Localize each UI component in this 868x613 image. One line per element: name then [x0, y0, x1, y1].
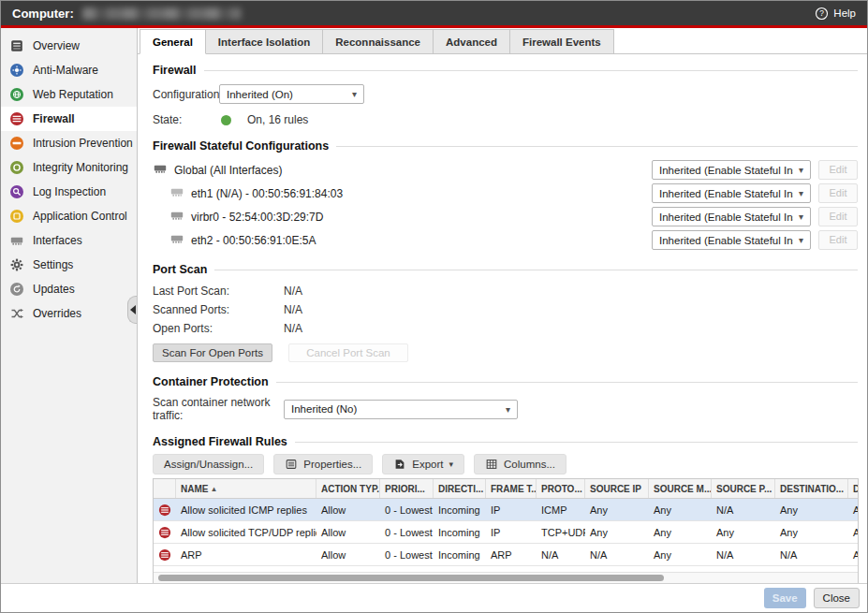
firewall-section-heading: Firewall: [153, 64, 858, 77]
scan-for-open-ports-button[interactable]: Scan For Open Ports: [153, 343, 272, 362]
tab-advanced[interactable]: Advanced: [433, 29, 510, 54]
horizontal-scrollbar-thumb[interactable]: [158, 575, 664, 581]
help-button[interactable]: ? Help: [815, 7, 856, 21]
table-cell: Any: [585, 499, 649, 520]
status-dot-icon: [221, 115, 231, 125]
stateful-inspection-select[interactable]: Inherited (Enable Stateful Inspection)▾: [652, 183, 811, 203]
container-traffic-select[interactable]: Inherited (No) ▾: [284, 400, 518, 419]
sidebar-item-updates[interactable]: Updates: [1, 277, 137, 301]
tab-interface-isolation[interactable]: Interface Isolation: [205, 29, 323, 54]
column-header-action-typ[interactable]: ACTION TYP...: [316, 479, 380, 498]
sidebar-item-web-reputation[interactable]: Web Reputation: [1, 82, 137, 107]
table-cell: Any: [585, 521, 649, 543]
section-title: Assigned Firewall Rules: [153, 435, 287, 448]
titlebar: Computer: ? Help: [1, 1, 867, 28]
selected-value: Inherited (No): [291, 403, 357, 415]
table-row[interactable]: ARPAllow0 - LowestIncomingARPN/AN/AAnyN/…: [154, 544, 859, 566]
heading-rule: [276, 382, 858, 383]
sidebar-item-overrides[interactable]: Overrides: [1, 301, 137, 326]
edit-button[interactable]: Edit: [818, 160, 858, 180]
stateful-inspection-select[interactable]: Inherited (Enable Stateful Inspection)▾: [652, 160, 811, 180]
port-scan-value: N/A: [284, 303, 302, 316]
stateful-inspection-select[interactable]: Inherited (Enable Stateful Inspection)▾: [652, 207, 811, 226]
sidebar-item-label: Web Reputation: [33, 88, 113, 101]
table-row[interactable]: Allow solicited TCP/UDP repliesAllow0 - …: [154, 521, 859, 544]
table-cell: Any: [649, 544, 712, 565]
edit-button[interactable]: Edit: [818, 207, 858, 226]
table-cell: N/A: [585, 544, 649, 565]
sidebar-item-integrity-monitoring[interactable]: Integrity Monitoring: [1, 155, 137, 180]
log-inspection-icon: [9, 184, 24, 199]
cancel-port-scan-button[interactable]: Cancel Port Scan: [288, 343, 408, 362]
redacted-hostname: [82, 7, 242, 20]
column-header-label: DIRECTI...: [438, 484, 483, 494]
shuffle-icon: [9, 306, 24, 321]
edit-button[interactable]: Edit: [818, 230, 858, 250]
column-header-source-m[interactable]: SOURCE M...: [649, 479, 712, 498]
column-header-priori[interactable]: PRIORI...: [380, 479, 434, 498]
sidebar-item-label: Intrusion Prevention: [33, 137, 133, 150]
sidebar-item-interfaces[interactable]: Interfaces: [1, 228, 137, 253]
button-label: Export: [412, 459, 443, 470]
edit-button[interactable]: Edit: [818, 183, 858, 203]
close-button[interactable]: Close: [814, 588, 860, 608]
interface-label: eth1 (N/A) - 00:50:56:91:84:03: [191, 187, 343, 200]
sidebar-collapse-handle[interactable]: [127, 296, 137, 324]
column-header-source-p[interactable]: SOURCE P...: [712, 479, 775, 498]
table-cell: N/A: [712, 499, 775, 520]
save-button[interactable]: Save: [764, 588, 806, 608]
assigned-rules-heading: Assigned Firewall Rules: [153, 435, 858, 448]
table-cell: Any: [848, 544, 859, 565]
column-header-label: DE: [853, 484, 859, 494]
interface-icon: [153, 161, 168, 179]
table-cell: Incoming: [434, 499, 486, 520]
sidebar-item-overview[interactable]: Overview: [1, 34, 137, 58]
column-header-label: DESTINATIO...: [780, 484, 844, 494]
stateful-config-row: eth1 (N/A) - 00:50:56:91:84:03Inherited …: [153, 182, 858, 205]
sidebar-item-log-inspection[interactable]: Log Inspection: [1, 180, 137, 204]
tab-reconnaissance[interactable]: Reconnaissance: [322, 29, 434, 54]
port-scan-row: Scanned Ports:N/A: [153, 300, 858, 319]
sidebar-item-anti-malware[interactable]: Anti-Malware: [1, 58, 137, 82]
sidebar-item-application-control[interactable]: Application Control: [1, 204, 137, 228]
gear-icon: [9, 257, 24, 272]
properties-button[interactable]: Properties...: [273, 454, 373, 474]
sidebar-item-label: Firewall: [33, 112, 75, 125]
sidebar-item-firewall[interactable]: Firewall: [1, 107, 137, 131]
heading-rule: [214, 270, 858, 270]
interface-label: Global (All Interfaces): [174, 164, 282, 177]
column-header-de[interactable]: DE: [848, 479, 859, 498]
state-label: State:: [153, 113, 219, 126]
column-header-destinatio[interactable]: DESTINATIO...: [775, 479, 848, 498]
window-title: Computer:: [12, 7, 74, 21]
column-header-proto[interactable]: PROTO...: [537, 479, 585, 498]
firewall-configuration-select[interactable]: Inherited (On) ▾: [219, 84, 364, 104]
column-header-label: NAME: [181, 484, 208, 494]
table-cell: IP: [486, 499, 537, 520]
tab-firewall-events[interactable]: Firewall Events: [509, 29, 614, 54]
selected-value: Inherited (Enable Stateful Inspection): [659, 212, 793, 223]
port-scan-list: Last Port Scan:N/AScanned Ports:N/AOpen …: [153, 282, 858, 338]
column-header-name[interactable]: NAME▴: [176, 479, 316, 498]
interface-icon: [169, 184, 184, 202]
intrusion-prevention-icon: [9, 136, 24, 151]
table-cell: N/A: [712, 544, 775, 565]
sidebar-item-label: Overview: [33, 39, 80, 52]
tab-bar: GeneralInterface IsolationReconnaissance…: [138, 28, 867, 54]
tab-general[interactable]: General: [140, 29, 206, 54]
sidebar-item-settings[interactable]: Settings: [1, 253, 137, 277]
stateful-inspection-select[interactable]: Inherited (Enable Stateful Inspection)▾: [652, 230, 811, 250]
state-row: State: On, 16 rules: [153, 113, 858, 126]
columns-button[interactable]: Columns...: [474, 454, 566, 474]
column-header-source-ip[interactable]: SOURCE IP: [585, 479, 649, 498]
heading-rule: [295, 442, 858, 443]
export-button[interactable]: Export▾: [382, 454, 464, 474]
table-row[interactable]: Allow solicited ICMP repliesAllow0 - Low…: [154, 499, 859, 521]
sidebar-item-intrusion-prevention[interactable]: Intrusion Prevention: [1, 131, 137, 155]
column-header-directi[interactable]: DIRECTI...: [434, 479, 486, 498]
interface-name: eth1 (N/A) - 00:50:56:91:84:03: [153, 184, 652, 202]
assign-unassign-button[interactable]: Assign/Unassign...: [153, 454, 264, 474]
column-header-frame-t[interactable]: FRAME T...: [486, 479, 537, 498]
table-cell: TCP+UDP: [537, 521, 585, 543]
table-cell: Any: [712, 521, 775, 543]
